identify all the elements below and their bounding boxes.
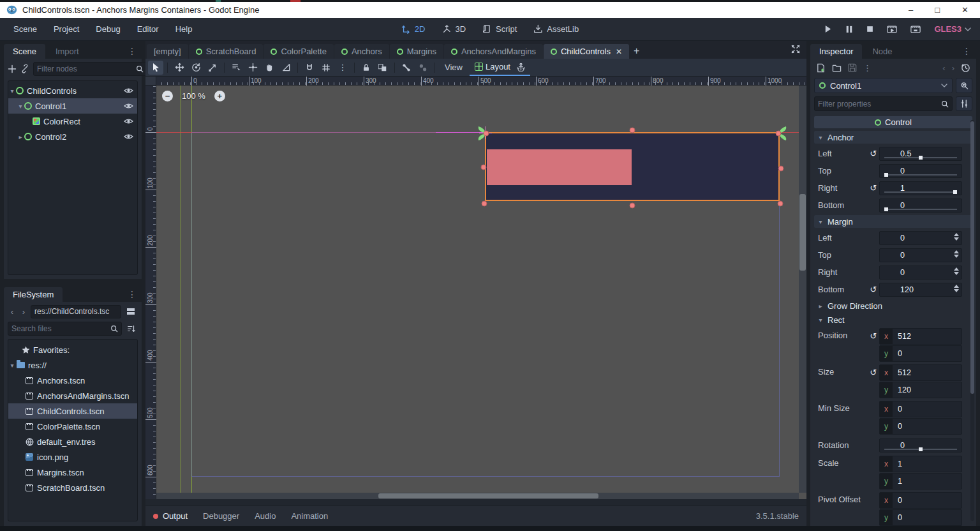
size-x-field[interactable]: x 512 bbox=[879, 364, 962, 381]
skeleton-options-button[interactable] bbox=[399, 61, 414, 75]
workspace-2d-button[interactable]: 2D bbox=[401, 24, 426, 34]
fs-file-row-selected[interactable]: ChildControls.tscn bbox=[8, 403, 137, 419]
pan-tool-button[interactable] bbox=[262, 61, 277, 75]
anchor-right-field[interactable]: 1 bbox=[879, 181, 962, 195]
menu-project[interactable]: Project bbox=[45, 18, 87, 40]
dock-menu-icon[interactable]: ⋮ bbox=[962, 46, 976, 59]
snap-options-button[interactable]: ⋮ bbox=[335, 61, 350, 75]
history-icon[interactable] bbox=[961, 63, 970, 73]
layout-menu-button[interactable]: Layout bbox=[470, 59, 530, 76]
rotate-tool-button[interactable] bbox=[188, 61, 204, 75]
distraction-free-icon[interactable] bbox=[791, 45, 800, 59]
pivot-offset-y-field[interactable]: y 0 bbox=[879, 509, 962, 526]
revert-icon[interactable]: ↺ bbox=[868, 149, 879, 158]
min-size-x-field[interactable]: x 0 bbox=[879, 401, 962, 417]
revert-icon[interactable]: ↺ bbox=[868, 183, 879, 193]
dock-menu-icon[interactable]: ⋮ bbox=[128, 46, 142, 59]
section-margin[interactable]: ▾ Margin bbox=[814, 215, 972, 228]
play-scene-icon[interactable] bbox=[887, 25, 897, 34]
workspace-assetlib-button[interactable]: AssetLib bbox=[533, 24, 579, 34]
fs-file-row[interactable]: Anchors.tscn bbox=[8, 373, 137, 388]
view-menu-button[interactable]: View bbox=[439, 59, 468, 76]
margin-top-field[interactable]: 0 bbox=[879, 248, 962, 262]
spinner[interactable] bbox=[954, 285, 959, 292]
spinner[interactable] bbox=[954, 233, 959, 241]
fs-split-mode-icon[interactable] bbox=[124, 304, 138, 318]
tree-row-colorrect[interactable]: ColorRect bbox=[8, 114, 137, 129]
new-scene-tab-button[interactable]: + bbox=[630, 45, 644, 59]
tree-row-childcontrols[interactable]: ▾ ChildControls bbox=[8, 83, 137, 98]
visibility-icon[interactable] bbox=[122, 102, 135, 110]
tree-row-control1[interactable]: ▾ Control1 bbox=[8, 98, 137, 114]
pivot-offset-x-field[interactable]: x 0 bbox=[879, 492, 962, 509]
open-docs-button[interactable] bbox=[956, 78, 972, 93]
resize-handle-tl[interactable] bbox=[484, 131, 489, 137]
resize-handle-bottom[interactable] bbox=[630, 203, 635, 209]
scrollbar-thumb[interactable] bbox=[970, 121, 974, 394]
instance-scene-button[interactable] bbox=[20, 62, 29, 76]
chevron-down-icon[interactable]: ▾ bbox=[8, 362, 16, 369]
spinner[interactable] bbox=[954, 267, 959, 275]
select-tool-button[interactable] bbox=[148, 61, 163, 75]
visibility-icon[interactable] bbox=[122, 87, 135, 94]
fs-file-row[interactable]: icon.png bbox=[8, 449, 137, 465]
scene-tab-anchors[interactable]: Anchors bbox=[334, 44, 389, 59]
search-files-input[interactable] bbox=[11, 324, 110, 333]
slider[interactable] bbox=[884, 209, 957, 210]
colorrect-node-rect[interactable] bbox=[487, 149, 632, 185]
scale-y-field[interactable]: y 1 bbox=[879, 473, 962, 490]
tree-row-control2[interactable]: ▸ Control2 bbox=[8, 129, 137, 144]
position-x-field[interactable]: x 512 bbox=[879, 328, 962, 345]
ruler-tool-button[interactable] bbox=[278, 61, 293, 75]
node-selector[interactable]: Control1 bbox=[814, 78, 953, 93]
scene-tab-scratchboard[interactable]: ScratchBoard bbox=[189, 44, 264, 59]
position-y-field[interactable]: y 0 bbox=[879, 345, 962, 362]
grid-snap-button[interactable] bbox=[318, 61, 334, 75]
resource-options-icon[interactable]: ⋮ bbox=[863, 63, 872, 73]
revert-icon[interactable]: ↺ bbox=[868, 285, 879, 294]
save-resource-icon[interactable] bbox=[848, 63, 857, 72]
tab-filesystem[interactable]: FileSystem bbox=[4, 287, 63, 302]
renderer-select[interactable]: GLES3 bbox=[934, 24, 971, 34]
fs-forward-icon[interactable]: › bbox=[19, 307, 28, 317]
fs-sort-icon[interactable] bbox=[125, 322, 138, 336]
workspace-script-button[interactable]: Script bbox=[482, 24, 517, 34]
fs-file-row[interactable]: default_env.tres bbox=[8, 434, 137, 449]
zoom-level[interactable]: 100 % bbox=[182, 91, 205, 101]
chevron-down-icon[interactable]: ▾ bbox=[8, 87, 16, 94]
play-icon[interactable] bbox=[824, 25, 832, 33]
min-size-y-field[interactable]: y 0 bbox=[879, 418, 962, 435]
zoom-in-button[interactable]: + bbox=[214, 91, 225, 101]
filter-nodes-input[interactable] bbox=[37, 64, 136, 73]
slider[interactable] bbox=[884, 174, 957, 176]
resize-handle-left[interactable] bbox=[481, 165, 487, 170]
close-icon[interactable]: ✕ bbox=[961, 5, 969, 15]
inspector-scrollbar[interactable] bbox=[970, 120, 974, 521]
section-anchor[interactable]: ▾ Anchor bbox=[814, 131, 972, 144]
visibility-icon[interactable] bbox=[122, 133, 135, 140]
2d-viewport[interactable]: 0 100 200 300 400 500 600 700 800 900 10… bbox=[145, 77, 806, 505]
new-resource-icon[interactable] bbox=[816, 63, 826, 73]
history-back-icon[interactable]: ‹ bbox=[942, 63, 945, 73]
resize-handle-top[interactable] bbox=[630, 128, 635, 133]
fs-file-row[interactable]: AnchorsAndMargins.tscn bbox=[8, 388, 137, 403]
fs-path-field[interactable]: res://ChildControls.tsc bbox=[31, 305, 121, 318]
scrollbar-thumb[interactable] bbox=[378, 493, 598, 498]
slider[interactable] bbox=[884, 157, 957, 158]
scale-tool-button[interactable] bbox=[205, 61, 220, 75]
fs-favorites-row[interactable]: Favorites: bbox=[8, 342, 137, 357]
resize-handle-br[interactable] bbox=[778, 201, 783, 207]
scene-tab-empty[interactable]: [empty] bbox=[147, 44, 188, 59]
menu-debug[interactable]: Debug bbox=[87, 18, 128, 40]
fs-back-icon[interactable]: ‹ bbox=[8, 307, 17, 317]
tab-import[interactable]: Import bbox=[47, 44, 88, 59]
canvas-vscrollbar[interactable] bbox=[799, 86, 806, 493]
close-tab-icon[interactable]: ✕ bbox=[616, 47, 622, 56]
revert-icon[interactable]: ↺ bbox=[868, 327, 879, 363]
fs-root-row[interactable]: ▾ res:// bbox=[8, 357, 137, 373]
maximize-icon[interactable]: □ bbox=[935, 5, 940, 15]
scale-x-field[interactable]: x 1 bbox=[879, 456, 962, 472]
control1-node-rect[interactable] bbox=[485, 132, 780, 201]
rotation-field[interactable]: 0 bbox=[879, 438, 962, 452]
history-forward-icon[interactable]: › bbox=[952, 63, 954, 73]
